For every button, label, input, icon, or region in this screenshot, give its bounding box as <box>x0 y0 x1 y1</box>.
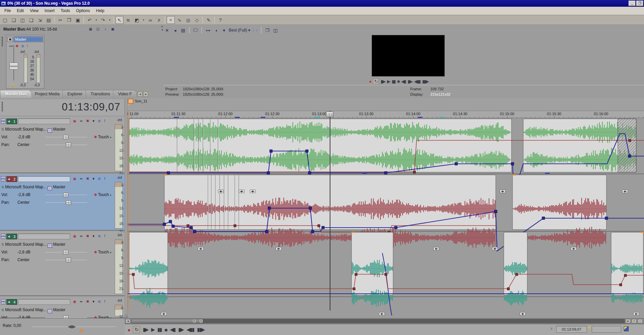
track-name-input[interactable] <box>18 176 70 182</box>
track-name-input[interactable] <box>18 118 70 124</box>
split-screen-icon[interactable]: ◑ <box>213 27 219 34</box>
menu-options[interactable]: Options <box>73 7 93 14</box>
mute-icon[interactable]: ✖ <box>86 119 89 123</box>
bus-assign-icon[interactable]: ▪ <box>48 129 52 133</box>
go-to-start-button[interactable]: ◀▮ <box>401 79 406 84</box>
pin-icon[interactable]: ♀ <box>550 326 553 331</box>
automation-settings-icon[interactable]: ✱ <box>15 44 18 48</box>
minimize-track-icon[interactable]: ▭ <box>1 234 5 236</box>
automation-dropdown[interactable]: ▾ <box>110 194 111 197</box>
track-splitter[interactable]: ◂ <box>125 98 127 318</box>
project-properties-button[interactable]: ❑ <box>27 16 35 24</box>
mute-icon[interactable]: ✖ <box>86 177 89 181</box>
scrollbar-thumb[interactable]: ❘❘ ❘❘ <box>131 319 203 323</box>
event-gain-widget[interactable]: ◂▮▸ <box>276 247 281 250</box>
event-gain-widget[interactable]: ◂▮▸ <box>492 247 498 250</box>
volume-value[interactable]: -2,8 dB <box>17 250 44 254</box>
play-from-start-button[interactable]: ▮▶ <box>143 327 148 333</box>
device-name[interactable]: Microsoft Sound Map... <box>5 242 48 247</box>
new-project-button[interactable]: ▢ <box>1 16 9 24</box>
pan-value[interactable]: Center <box>17 257 44 262</box>
mute-icon[interactable]: ⊘ <box>21 44 24 48</box>
split-screen-dropdown[interactable]: ▾ <box>221 27 227 34</box>
track-header-2[interactable]: ▭▭2◀◉≃✖▾⊘!⇅ Microsoft Sound Map... ▪ Mas… <box>0 175 125 231</box>
undock-icon[interactable]: ◂ <box>160 28 164 31</box>
phase-icon[interactable]: ! <box>104 299 105 304</box>
track-number[interactable]: 3◀ <box>6 234 17 239</box>
external-monitor-icon[interactable]: 🖵 <box>192 27 199 34</box>
zoom-in-button[interactable]: + <box>632 319 637 323</box>
maximize-track-icon[interactable]: ▭ <box>1 236 5 239</box>
arm-record-icon[interactable]: ◉ <box>73 177 76 181</box>
routing-icon[interactable]: ⇅ <box>1 308 5 312</box>
solo-icon[interactable]: ⊘ <box>98 177 101 181</box>
previous-frame-button[interactable]: ◀▮▮ <box>414 79 420 84</box>
previous-frame-button[interactable]: ◀▮▮ <box>186 327 194 333</box>
tab-project-media[interactable]: Project Media <box>30 90 65 98</box>
zoom-out-button[interactable]: − <box>638 319 643 323</box>
track-envelope-icon[interactable]: ≃ <box>80 299 83 304</box>
minimize-track-icon[interactable]: ▭ <box>1 118 5 121</box>
automation-mode[interactable]: Touch <box>98 250 110 254</box>
mute-dropdown[interactable]: ▾ <box>93 119 95 123</box>
restore-button[interactable]: ❐ <box>636 1 643 6</box>
close-icon[interactable]: ✕ <box>160 25 164 28</box>
next-frame-button[interactable]: ▮▮▶ <box>422 79 428 84</box>
timeline-events[interactable] <box>127 118 644 318</box>
event-gain-widget[interactable]: ◂▮▸ <box>622 190 628 193</box>
volume-value[interactable]: -2,8 dB <box>17 135 44 139</box>
device-name[interactable]: Microsoft Sound Map... <box>5 307 48 312</box>
dock-window-icon[interactable]: ▣ <box>110 27 115 32</box>
track-number[interactable]: 1◀ <box>6 118 17 124</box>
track-number[interactable]: 4◀ <box>6 299 17 305</box>
end-time-box[interactable] <box>592 326 621 333</box>
save-snapshot-icon[interactable]: ◫ <box>272 27 279 34</box>
track-header-1[interactable]: ▭▭1◀◉≃✖▾⊘!⇅ Microsoft Sound Map... ▪ Mas… <box>0 117 125 173</box>
solo-icon[interactable]: ⊘ <box>98 299 101 304</box>
bus-assign-icon[interactable]: ▪ <box>48 186 52 190</box>
close-icon[interactable]: ✕ <box>164 27 170 34</box>
tab-scroll-left[interactable]: ◂ <box>138 91 143 97</box>
automation-gear-icon[interactable]: ✱ <box>94 250 98 254</box>
panel-grip[interactable]: ●●●●●● <box>1 102 3 112</box>
marker-label[interactable]: Son_11 <box>135 99 147 103</box>
event-gain-widget[interactable]: ◂▮▸ <box>161 312 167 316</box>
copy-snapshot-icon[interactable]: ❐ <box>264 27 271 34</box>
scrollbar-track[interactable] <box>131 319 625 323</box>
track-envelope-icon[interactable]: ≃ <box>80 177 83 181</box>
minimize-button[interactable]: _ <box>629 1 636 6</box>
solo-icon[interactable]: ! <box>27 44 28 48</box>
mute-icon[interactable]: ✖ <box>86 234 89 238</box>
render-as-button[interactable]: ⇲ <box>36 16 44 24</box>
edit-details-button[interactable]: ▤ <box>45 16 53 24</box>
save-button[interactable]: ◫ <box>18 16 26 24</box>
event-gain-widget[interactable]: ◂▮▸ <box>433 247 439 250</box>
playhead[interactable] <box>330 111 330 310</box>
auto-ripple-button[interactable]: ∿ <box>175 16 183 24</box>
event-gain-widget[interactable]: ◂▮▸ <box>633 312 639 316</box>
event-gain-widget[interactable]: ◂▮▸ <box>379 312 385 316</box>
tab-explorer[interactable]: Explorer <box>62 90 88 98</box>
menu-edit[interactable]: Edit <box>14 7 27 14</box>
paste-button[interactable]: ▣ <box>74 16 82 24</box>
transport-timecode[interactable]: 01:13:09,07 <box>556 326 587 333</box>
redo-button[interactable]: ↷ <box>99 16 107 24</box>
track-minmax-buttons[interactable]: ▭▭ <box>1 118 6 124</box>
time-ruler[interactable]: 01:11:0001:11:3001:12:0001:12:3001:13:00… <box>127 111 644 118</box>
routing-icon[interactable]: ⇅ <box>1 243 5 246</box>
tab-transitions[interactable]: Transitions <box>85 90 115 98</box>
mute-dropdown[interactable]: ▾ <box>93 299 95 304</box>
rate-handle[interactable]: ◀◆▶ <box>68 324 75 329</box>
menu-view[interactable]: View <box>27 7 42 14</box>
ignore-grouping-button[interactable]: ◇ <box>193 16 201 24</box>
bus-name[interactable]: Master <box>52 242 65 247</box>
cut-button[interactable]: ✂ <box>56 16 64 24</box>
track-number[interactable]: 2◀ <box>6 176 17 182</box>
event-gain-widget[interactable]: ◂▮▸ <box>520 312 526 316</box>
preview-quality-dropdown[interactable]: Best (Full) ▾ <box>229 27 250 34</box>
routing-icon[interactable]: ⇅ <box>1 128 5 131</box>
zoom-grip[interactable]: ❘❘ <box>193 320 196 323</box>
automation-dropdown[interactable]: ▾ <box>110 136 111 139</box>
record-button[interactable]: ● <box>127 327 130 333</box>
loop-playback-button[interactable]: ↻ <box>133 326 140 333</box>
